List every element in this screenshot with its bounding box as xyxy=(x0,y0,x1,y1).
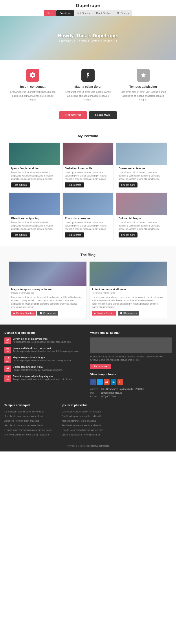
portfolio-thumb-2 xyxy=(116,143,167,165)
feature-icon-star xyxy=(137,69,150,82)
phasellus-link-0[interactable]: Lorem ipsum dolor sit amet nisl veroeros xyxy=(62,410,114,413)
portfolio-card-2: Consequat et tempus Lorem ipsum dolor si… xyxy=(116,142,167,190)
vitae-mail-row: Mail someone@untitled.tld xyxy=(90,392,171,394)
portfolio-btn-1[interactable]: Find out more xyxy=(65,182,84,188)
comments-button-1[interactable]: 💬 33 comments xyxy=(118,311,139,316)
social-facebook[interactable]: f xyxy=(90,379,96,385)
phasellus-link-2[interactable]: Adipiscing lorem et lorem phasellus xyxy=(62,419,114,422)
footer-blog-content-3: Dolore lorem feugiat nulla Feugiat dolor… xyxy=(13,366,63,372)
comment-icon-1: 💬 xyxy=(120,312,123,314)
portfolio-btn-5[interactable]: Find out more xyxy=(119,232,137,238)
phasellus-link-4[interactable]: Fringilla lorem sed adipiscing aliquam m… xyxy=(62,428,114,432)
features-section: Ipsum consequat Erat amet eros ut amet v… xyxy=(0,60,176,106)
date-badge-3: 12 Jan xyxy=(5,366,11,372)
footer-blog-heading: Blandit nisl adipiscing xyxy=(5,331,86,334)
portfolio-body-0: Ipsum feugiat et dolor Lorem ipsum dolor… xyxy=(9,165,60,190)
continue-reading-label-0: Continue Reading xyxy=(16,312,34,314)
social-linkedin[interactable]: in xyxy=(111,379,116,385)
portfolio-card-0: Ipsum feugiat et dolor Lorem ipsum dolor… xyxy=(9,142,60,190)
tempus-link-1[interactable]: Sed blandit consequat sed lorem blandit xyxy=(5,414,57,418)
date-badge-0: 27 Jan xyxy=(5,338,11,344)
phasellus-link-1[interactable]: Sed blandit consequat sed lorem blandit xyxy=(62,414,114,418)
vitae-section: Vitae tempor lorem f t g+ in g+ Address … xyxy=(90,373,171,398)
blog-post-date-1: Posted 6/5 minutes ago xyxy=(92,292,165,294)
blog-grid: Magna tempus consequat lorem Posted 4/5 … xyxy=(5,261,171,318)
footer-what-heading: What's this all about? xyxy=(90,331,171,334)
phone-value: (000) 000-0000 xyxy=(101,395,116,398)
footer-blog-title-3: Dolore lorem feugiat nulla xyxy=(13,366,63,368)
find-more-button[interactable]: Find out more xyxy=(90,364,111,369)
gear-icon xyxy=(30,72,36,78)
portfolio-text-2: Lorem ipsum dolor sit amet consectetur a… xyxy=(119,171,165,181)
mail-label: Mail xyxy=(90,392,99,394)
portfolio-btn-4[interactable]: Find out more xyxy=(65,232,84,238)
continue-reading-label-1: Continue Reading xyxy=(97,312,114,314)
portfolio-text-5: Lorem ipsum dolor sit amet consectetur a… xyxy=(119,221,165,231)
month-4: Jan xyxy=(6,379,10,381)
footer-blog-item-3: 12 Jan Dolore lorem feugiat nulla Feugia… xyxy=(5,366,86,372)
social-googleplus[interactable]: g+ xyxy=(104,379,110,385)
portfolio-btn-2[interactable]: Find out more xyxy=(119,182,137,188)
nav-item-left-sidebar[interactable]: Left Sidebar xyxy=(74,10,93,16)
phasellus-link-3[interactable]: Sed blandit consequat sed lorem blandit xyxy=(62,424,114,427)
social-googleplus2[interactable]: g+ xyxy=(118,379,123,385)
portfolio-body-4: Etiam nisl consequat Lorem ipsum dolor s… xyxy=(63,215,113,240)
comments-button-0[interactable]: 💬 23 comments xyxy=(37,311,58,316)
bolt-icon xyxy=(85,72,91,78)
portfolio-section: My Portfolio Ipsum feugiat et dolor Lore… xyxy=(0,128,176,246)
tempus-link-2[interactable]: Adipiscing lorem et lorem phasellus xyxy=(5,419,57,422)
tempus-link-4[interactable]: Fringilla lorem sed adipiscing aliquam m… xyxy=(5,428,57,432)
footer-blog-content-4: Blandit tempus adipiscing aliquam Feugia… xyxy=(13,375,72,381)
nav-item-dopetrope[interactable]: Dopetrope xyxy=(56,10,74,16)
get-started-button[interactable]: Get Started xyxy=(59,112,87,119)
nav-item-home[interactable]: Home xyxy=(44,10,56,16)
site-title: Dopetrope xyxy=(0,3,176,8)
portfolio-thumb-0 xyxy=(9,143,60,165)
portfolio-card-4: Etiam nisl consequat Lorem ipsum dolor s… xyxy=(62,192,114,240)
comments-label-0: 23 comments xyxy=(43,312,56,314)
footer-blog-text-3: Feugiat dolor lorem nisl amet maecenas a… xyxy=(13,368,63,372)
portfolio-name-1: Sed etiam lorem nulla xyxy=(65,167,111,170)
tempus-link-5[interactable]: Ulm lorem aliquam ut lorem blandit met l… xyxy=(5,433,57,436)
portfolio-name-4: Etiam nisl consequat xyxy=(65,217,111,220)
tempus-heading: Tempus consequat xyxy=(5,404,57,407)
footer-what-desc: Dopetrope is fully responsive HTML5 temp… xyxy=(90,355,171,362)
portfolio-thumb-3 xyxy=(9,193,60,215)
portfolio-btn-3[interactable]: Find out more xyxy=(11,232,30,238)
footer-blog-text-4: Feugiat lorem velit ipsum adipiscing lor… xyxy=(13,378,72,381)
design-credit-link[interactable]: Free HTML5 Templates xyxy=(86,445,109,447)
portfolio-body-2: Consequat et tempus Lorem ipsum dolor si… xyxy=(116,165,167,190)
feature-icon-gear xyxy=(26,69,39,82)
continue-reading-button-0[interactable]: ▶ Continue Reading xyxy=(11,311,36,316)
tempus-link-0[interactable]: Lorem ipsum dolor sit amet nisl veroeros xyxy=(5,410,57,413)
continue-reading-button-1[interactable]: ▶ Continue Reading xyxy=(92,311,116,316)
vitae-address-row: Address 1234 Somewhere Road Nashville, T… xyxy=(90,388,171,390)
day-2: 15 xyxy=(6,357,10,360)
blog-section: The Blog Magna tempus consequat lorem Po… xyxy=(0,246,176,324)
portfolio-body-5: Dolore nisl feugiat Lorem ipsum dolor si… xyxy=(116,215,167,240)
play-icon: ▶ xyxy=(14,312,15,314)
learn-more-button[interactable]: Learn More xyxy=(89,112,117,119)
footer-phasellus-col: Ipsum et phasellus Lorem ipsum dolor sit… xyxy=(62,404,114,438)
footer-blog-title-4: Blandit tempus adipiscing aliquam xyxy=(13,375,72,378)
social-twitter[interactable]: t xyxy=(97,379,103,385)
footer-blog-item-2: 15 Jan Magna tempus lorem feugiat Adipis… xyxy=(5,356,86,363)
phone-label: Phone xyxy=(90,395,99,398)
portfolio-body-1: Sed etiam lorem nulla Lorem ipsum dolor … xyxy=(63,165,113,190)
tempus-link-3[interactable]: Sed blandit consequat sed lorem blandit xyxy=(5,424,57,427)
month-3: Jan xyxy=(6,369,10,372)
portfolio-card-5: Dolore nisl feugiat Lorem ipsum dolor si… xyxy=(116,192,167,240)
feature-icon-bolt xyxy=(81,69,95,82)
date-badge-1: 23 Jan xyxy=(5,347,11,354)
portfolio-body-3: Blandit sed adipiscing Lorem ipsum dolor… xyxy=(9,215,60,240)
portfolio-title: My Portfolio xyxy=(0,128,176,142)
phasellus-link-5[interactable]: Ulm lorem aliquam ut lorem blandit met xyxy=(62,433,114,436)
feature-text-0: Erat amet eros ut amet velit laboris bla… xyxy=(10,90,56,102)
nav-item-no-sidebar[interactable]: No Sidebar xyxy=(114,10,132,16)
tempus-link-list: Lorem ipsum dolor sit amet nisl veroeros… xyxy=(5,410,57,436)
portfolio-btn-0[interactable]: Find out more xyxy=(11,182,30,188)
portfolio-thumb-4 xyxy=(63,193,113,215)
nav-item-right-sidebar[interactable]: Right Sidebar xyxy=(93,10,114,16)
blog-post-text-0: Lorem ipsum dolor sit amet consectetur a… xyxy=(11,296,84,309)
day-1: 23 xyxy=(6,348,10,350)
